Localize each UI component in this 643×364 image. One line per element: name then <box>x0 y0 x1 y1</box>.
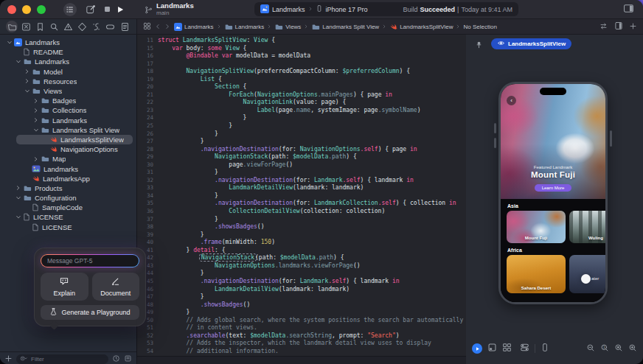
related-items-button[interactable] <box>143 20 151 33</box>
line-number[interactable]: 35 <box>137 200 158 208</box>
nav-tab-tests[interactable] <box>77 21 88 32</box>
code-line-54[interactable]: 54 // additional information. <box>137 348 466 356</box>
code-line-11[interactable]: 11struct LandmarksSplitView: View { <box>137 37 466 45</box>
code-line-51[interactable]: 51 // in content views. <box>137 324 466 332</box>
breadcrumb-item-no-selection[interactable]: No Selection <box>463 24 496 30</box>
live-preview-button[interactable] <box>472 343 482 354</box>
code-line-21[interactable]: 21 ForEach(NavigationOptions.mainPages) … <box>137 91 466 99</box>
sidebar-item-landmarks-split-view[interactable]: Landmarks Split View <box>0 125 136 135</box>
line-number[interactable]: 38 <box>137 223 158 231</box>
code-line-45[interactable]: 45 .navigationDestination(for: Landmark.… <box>137 278 466 286</box>
line-number[interactable]: 32 <box>137 177 158 185</box>
source-editor[interactable]: 11struct LandmarksSplitView: View {15 va… <box>137 35 466 364</box>
sidebar-item-landmarks[interactable]: Landmarks <box>0 57 136 66</box>
add-editor-button[interactable] <box>629 20 637 33</box>
explain-button[interactable]: Explain <box>41 273 88 301</box>
device-name[interactable]: iPhone 17 Pro <box>326 6 368 13</box>
sidebar-item-landmarks[interactable]: Landmarks <box>0 116 136 125</box>
forward-button[interactable] <box>164 20 170 33</box>
code-line-35[interactable]: 35 .navigationDestination(for: LandmarkC… <box>137 200 466 208</box>
zoom-100-button[interactable]: 1 <box>600 342 609 355</box>
disclosure-right-icon[interactable] <box>32 108 39 113</box>
zoom-fit-button[interactable] <box>614 342 623 355</box>
line-number[interactable]: 54 <box>137 348 158 356</box>
flagged-files-button[interactable] <box>124 352 132 364</box>
sidebar-item-samplecode[interactable]: SampleCode <box>0 203 136 212</box>
stop-button[interactable] <box>103 5 111 13</box>
selectable-preview-button[interactable] <box>487 342 497 355</box>
code-line-46[interactable]: 46 LandmarkDetailView(landmark: landmark… <box>137 286 466 294</box>
sidebar-item-license[interactable]: LICENSE <box>0 223 136 232</box>
code-line-29[interactable]: 29 NavigationStack(path: $modelData.path… <box>137 153 466 161</box>
zoom-button[interactable] <box>37 5 46 14</box>
code-line-40[interactable]: 40 .frame(minWidth: 150) <box>137 239 466 247</box>
disclosure-down-icon[interactable] <box>6 40 13 45</box>
code-line-15[interactable]: 15 var body: some View { <box>137 45 466 53</box>
sidebar-item-map[interactable]: Map <box>0 154 136 164</box>
code-line-20[interactable]: 20 Section { <box>137 83 466 91</box>
code-line-49[interactable]: 49 } <box>137 309 466 317</box>
line-number[interactable]: 15 <box>137 45 158 53</box>
landmark-card-wuling[interactable]: Wuling <box>569 211 605 243</box>
landmark-card-sahara-desert[interactable]: Sahara Desert <box>507 255 566 293</box>
device-settings-button[interactable] <box>541 342 549 355</box>
sidebar-item-navigationoptions[interactable]: NavigationOptions <box>0 144 136 154</box>
line-number[interactable]: 23 <box>137 107 158 115</box>
phone-preview[interactable]: ‹ Featured Landmark Mount Fuji Learn Mor… <box>498 82 608 304</box>
code-line-33[interactable]: 33 LandmarkDetailView(landmark: landmark… <box>137 184 466 192</box>
disclosure-right-icon[interactable] <box>32 117 39 123</box>
disclosure-down-icon[interactable] <box>15 214 21 220</box>
code-line-43[interactable]: 43 NavigationOptions.landmarks.viewForPa… <box>137 262 466 270</box>
code-line-44[interactable]: 44 } <box>137 270 466 278</box>
code-line-38[interactable]: 38 .showsBadges() <box>137 223 466 231</box>
recent-files-button[interactable] <box>112 352 120 364</box>
line-number[interactable]: 18 <box>137 68 158 76</box>
sidebar-item-products[interactable]: Products <box>0 183 136 193</box>
code-line-24[interactable]: 24 } <box>137 114 466 122</box>
line-number[interactable]: 34 <box>137 192 158 200</box>
line-number[interactable]: 39 <box>137 231 158 239</box>
toolbar-list-button[interactable] <box>63 3 77 16</box>
sidebar-item-landmarkssplitview[interactable]: LandmarksSplitView <box>16 135 133 144</box>
zoom-in-button[interactable] <box>628 342 637 355</box>
code-line-23[interactable]: 23 Label(page.name, systemImage: page.sy… <box>137 107 466 115</box>
generate-playground-button[interactable]: Generate a Playground <box>41 305 139 320</box>
code-review-button[interactable] <box>599 20 608 33</box>
code-line-22[interactable]: 22 NavigationLink(value: page) { <box>137 99 466 107</box>
code-line-27[interactable]: 27 } <box>137 138 466 146</box>
sidebar-item-badges[interactable]: Badges <box>0 96 136 105</box>
sidebar-item-configuration[interactable]: Configuration <box>0 193 136 203</box>
line-number[interactable]: 26 <box>137 130 158 139</box>
line-number[interactable]: 52 <box>137 332 158 340</box>
code-line-37[interactable]: 37 } <box>137 216 466 224</box>
disclosure-right-icon[interactable] <box>15 185 21 191</box>
code-line-50[interactable]: 50 // Adds global search, where the syst… <box>137 317 466 325</box>
filter-input[interactable]: Filter <box>16 354 108 364</box>
zoom-out-button[interactable] <box>586 342 595 355</box>
code-area[interactable]: 11struct LandmarksSplitView: View {15 va… <box>137 37 466 355</box>
minimize-button[interactable] <box>22 5 31 14</box>
editor-layout-button[interactable] <box>623 3 634 16</box>
back-button[interactable] <box>155 20 161 33</box>
code-line-41[interactable]: 41 } detail: { <box>137 247 466 255</box>
nav-tab-debug[interactable] <box>91 21 102 32</box>
line-number[interactable]: 37 <box>137 216 158 224</box>
line-number[interactable]: 28 <box>137 146 158 154</box>
sidebar-item-views[interactable]: Views <box>0 86 136 96</box>
line-number[interactable]: 30 <box>137 161 158 169</box>
add-button[interactable] <box>4 352 13 364</box>
disclosure-down-icon[interactable] <box>15 59 21 64</box>
code-line-48[interactable]: 48 .showsBadges() <box>137 301 466 309</box>
landmark-card-ater[interactable]: ater <box>569 255 605 293</box>
breadcrumb-item-landmarkssplitview[interactable]: LandmarksSplitView <box>389 23 453 31</box>
disclosure-right-icon[interactable] <box>24 78 30 84</box>
breadcrumb-item-landmarks-split-view[interactable]: Landmarks Split View <box>311 23 379 31</box>
disclosure-right-icon[interactable] <box>32 156 39 162</box>
run-button[interactable] <box>116 5 125 14</box>
sidebar-item-model[interactable]: Model <box>0 67 136 77</box>
close-button[interactable] <box>7 5 16 14</box>
scheme-selector[interactable]: Landmarks iPhone 17 Pro <box>260 4 368 15</box>
nav-tab-find[interactable] <box>48 21 60 32</box>
breadcrumb-item-landmarks[interactable]: Landmarks <box>174 23 214 31</box>
code-line-34[interactable]: 34 } <box>137 192 466 200</box>
